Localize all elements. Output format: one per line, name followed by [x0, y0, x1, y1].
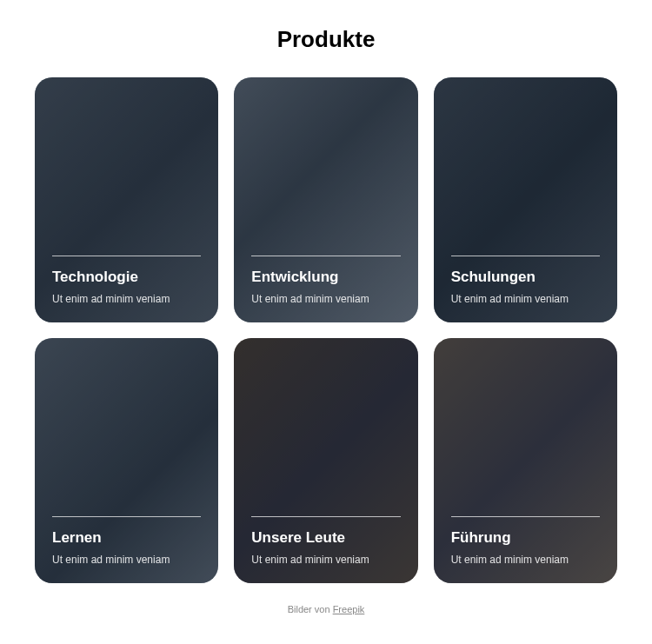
card-content: Lernen Ut enim ad minim veniam — [52, 516, 201, 566]
card-subtitle: Ut enim ad minim veniam — [251, 293, 400, 305]
card-divider — [52, 256, 201, 256]
card-subtitle: Ut enim ad minim veniam — [52, 554, 201, 566]
card-unsere-leute[interactable]: Unsere Leute Ut enim ad minim veniam — [234, 338, 417, 583]
card-fuehrung[interactable]: Führung Ut enim ad minim veniam — [434, 338, 617, 583]
card-title: Führung — [451, 529, 600, 547]
card-title: Unsere Leute — [251, 529, 400, 547]
card-subtitle: Ut enim ad minim veniam — [251, 554, 400, 566]
card-divider — [251, 516, 400, 517]
card-content: Technologie Ut enim ad minim veniam — [52, 256, 201, 305]
card-technologie[interactable]: Technologie Ut enim ad minim veniam — [35, 77, 218, 322]
card-schulungen[interactable]: Schulungen Ut enim ad minim veniam — [434, 77, 617, 322]
card-content: Führung Ut enim ad minim veniam — [451, 516, 600, 566]
card-divider — [451, 256, 600, 256]
card-divider — [451, 516, 600, 517]
attribution-prefix: Bilder von — [288, 604, 333, 614]
card-title: Lernen — [52, 529, 201, 547]
page-title: Produkte — [35, 26, 617, 53]
card-content: Unsere Leute Ut enim ad minim veniam — [251, 516, 400, 566]
card-subtitle: Ut enim ad minim veniam — [52, 293, 201, 305]
attribution-link[interactable]: Freepik — [333, 604, 365, 614]
card-title: Entwicklung — [251, 269, 400, 286]
card-content: Schulungen Ut enim ad minim veniam — [451, 256, 600, 305]
card-lernen[interactable]: Lernen Ut enim ad minim veniam — [35, 338, 218, 583]
product-grid: Technologie Ut enim ad minim veniam Entw… — [35, 77, 617, 583]
card-title: Technologie — [52, 269, 201, 286]
card-entwicklung[interactable]: Entwicklung Ut enim ad minim veniam — [234, 77, 417, 322]
card-title: Schulungen — [451, 269, 600, 286]
card-subtitle: Ut enim ad minim veniam — [451, 554, 600, 566]
card-content: Entwicklung Ut enim ad minim veniam — [251, 256, 400, 305]
attribution: Bilder von Freepik — [35, 604, 617, 614]
card-divider — [52, 516, 201, 517]
card-divider — [251, 256, 400, 256]
card-subtitle: Ut enim ad minim veniam — [451, 293, 600, 305]
